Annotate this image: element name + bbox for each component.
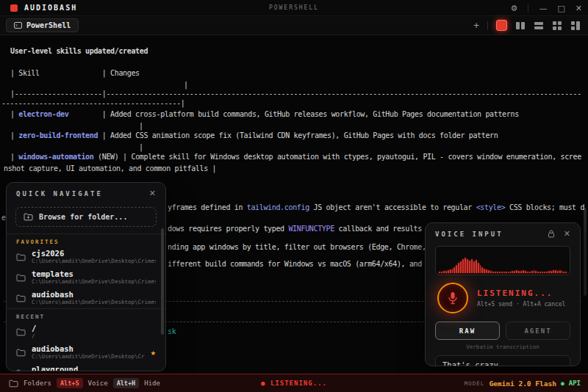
terminal-line: | [139,122,143,131]
waveform-bar [495,272,496,273]
folder-name: audiobash [32,291,156,299]
close-button[interactable]: ✕ [576,4,582,12]
folder-path: C:\Users\amdit\OneDrive\Desktop\Crimes\p… [32,299,156,305]
folder-icon [16,349,26,357]
waveform-bar [480,265,481,273]
audiobash-window: AUDIOBASH POWERSHELL ⚙ — □ ✕ PowerShell … [0,0,588,392]
folder-item-templates[interactable]: templates C:\Users\amdit\OneDrive\Deskto… [7,267,165,288]
lock-icon[interactable] [548,230,555,238]
favorite-star-icon[interactable]: ★ [151,348,156,357]
tabbar-divider [487,21,488,30]
folder-icon [16,253,26,261]
waveform-bar [497,272,498,273]
waveform-bar [499,272,501,273]
waveform-bar [555,270,556,273]
settings-gear-icon[interactable]: ⚙ [511,4,518,12]
waveform-bar [448,270,449,273]
waveform-bar [514,271,515,273]
waveform-bar [506,272,507,273]
terminal-line: e [1,214,6,222]
folder-item-root[interactable]: / / [7,322,165,342]
waveform-bar [486,269,487,273]
folder-path: / [32,333,156,339]
waveform-bar [565,272,567,273]
folder-item-audiobash[interactable]: audiobash C:\Users\amdit\OneDrive\Deskto… [7,288,165,308]
minimize-button[interactable]: — [539,4,547,12]
waveform-bar [548,271,550,273]
waveform-bar [544,272,545,273]
waveform-bar [476,260,477,273]
model-label: MODEL [465,380,485,387]
waveform-bar [531,271,533,273]
waveform-bar [551,271,552,273]
layout-grid-button[interactable] [552,21,562,31]
waveform-bar [557,271,559,273]
waveform-bar [516,270,517,273]
waveform-bar [529,272,531,273]
titlebar: AUDIOBASH POWERSHELL ⚙ — □ ✕ [0,0,588,16]
waveform-bar [484,269,485,273]
quick-navigate-scrollbar[interactable] [161,228,164,335]
layout-split-columns-button[interactable] [515,21,526,31]
waveform-bar [453,267,455,273]
folder-item-playground[interactable]: playground C:\Users\amdit\OneDrive\Deskt… [7,363,165,371]
agent-mode-button[interactable]: AGENT [506,322,570,340]
waveform-bar [458,263,459,273]
waveform-bar [488,270,490,273]
browse-for-folder-label: Browse for folder... [39,213,127,221]
folder-path: C:\Users\amdit\OneDrive\Desktop\Crimes\p… [32,258,156,264]
waveform-bar [481,267,483,273]
folder-item-cjs2026[interactable]: cjs2026 C:\Users\amdit\OneDrive\Desktop\… [7,247,165,267]
new-tab-button[interactable]: + [473,20,479,31]
waveform-bar [465,258,466,273]
browse-for-folder-button[interactable]: Browse for folder... [15,207,157,227]
waveform-bar [546,272,548,273]
terminal-scrollbar[interactable] [584,208,587,296]
folder-path: C:\Users\amdit\OneDrive\Desktop\Crimes\p… [32,353,145,360]
maximize-button[interactable]: □ [557,4,564,12]
waveform-bar [445,271,447,273]
folder-item-audiobash-recent[interactable]: audiobash C:\Users\amdit\OneDrive\Deskto… [7,342,165,363]
layout-split-rows-button[interactable] [534,21,544,31]
favorite-star-icon[interactable]: ★ [151,369,156,371]
waveform-bar [534,270,535,273]
waveform-bar [509,272,511,273]
waveform-bar [443,271,445,273]
model-name[interactable]: Gemini 2.0 Flash [489,380,556,388]
waveform-bar [462,259,464,273]
raw-mode-button[interactable]: RAW [435,322,500,340]
quick-navigate-close-icon[interactable]: ✕ [149,189,156,198]
tab-powershell[interactable]: PowerShell [6,18,79,32]
waveform-bar [512,271,513,273]
terminal-line: | [139,143,143,152]
waveform-bar [456,265,457,273]
waveform-bar [520,271,522,273]
terminal-line: | windows-automation (NEW) | Complete sk… [10,153,581,161]
microphone-button[interactable] [437,283,468,313]
recent-section-label: RECENT [7,309,165,322]
voice-input-close-icon[interactable]: ✕ [564,229,570,239]
waveform-bar [527,272,528,273]
waveform-bar [501,272,503,273]
waveform-bar [503,272,505,273]
app-title: AUDIOBASH [24,4,77,12]
terminal-line: dows requires properly typed WINFUNCTYPE… [168,225,430,233]
terminal-line: yframes defined in tailwind.config JS ob… [168,203,584,212]
folder-name: audiobash [32,345,145,353]
waveform-bar [469,261,470,273]
waveform-bar [492,272,494,273]
waveform-bar [450,269,451,273]
waveform-bar [473,261,475,273]
transcript-box[interactable]: That's crazy. [435,355,570,366]
microphone-icon [448,291,458,305]
layout-mixed-button[interactable] [570,21,581,31]
folder-icon [16,369,26,372]
layout-single-pane-button[interactable] [496,20,507,31]
terminal-line: User-level skills updated/created [10,47,148,56]
folder-name: templates [32,270,156,278]
terminal-line: | Skill | Changes [10,69,140,78]
titlebar-session-title: POWERSHELL [0,4,588,11]
tab-bar: PowerShell + [0,16,588,35]
folder-path: C:\Users\amdit\OneDrive\Desktop\Crimes\p… [32,278,156,285]
status-bar: Folders Alt+S Voice Alt+H Hide ● LISTENI… [0,374,588,392]
